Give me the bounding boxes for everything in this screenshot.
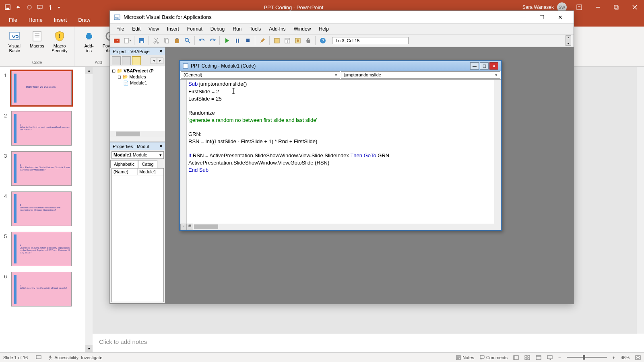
vba-menu-format[interactable]: Format: [183, 25, 206, 33]
close-icon[interactable]: [625, 0, 644, 14]
notes-pane[interactable]: Click to add notes: [93, 334, 644, 352]
object-browser-icon[interactable]: [293, 36, 302, 45]
tab-draw[interactable]: Draw: [72, 14, 96, 27]
code-vscroll[interactable]: [494, 80, 501, 224]
project-explorer-icon[interactable]: [272, 36, 281, 45]
vba-minimize-icon[interactable]: —: [514, 11, 533, 23]
tree-module1[interactable]: 📄 Module1: [112, 80, 163, 86]
full-module-view-icon[interactable]: ▤: [187, 224, 193, 230]
vba-menu-window[interactable]: Window: [290, 25, 315, 33]
vba-close-icon[interactable]: ✕: [551, 11, 570, 23]
minimize-icon[interactable]: [588, 0, 607, 14]
normal-view-icon[interactable]: [513, 355, 519, 360]
prop-name-value[interactable]: Module1: [138, 169, 158, 175]
save-icon[interactable]: [5, 4, 10, 10]
properties-panel-close-icon[interactable]: ✕: [159, 144, 163, 149]
tab-insert[interactable]: Insert: [48, 14, 73, 27]
canvas-scrollbar[interactable]: [637, 67, 644, 352]
tab-home[interactable]: Home: [23, 14, 48, 27]
redo-icon[interactable]: [27, 4, 32, 10]
properties-grid[interactable]: (Name) Module1: [111, 168, 164, 302]
code-maximize-icon[interactable]: ☐: [480, 62, 489, 70]
cut-icon[interactable]: [152, 36, 161, 45]
reset-icon[interactable]: [244, 36, 252, 45]
code-window-titlebar[interactable]: PPT Coding - Module1 (Code) — ☐ ✕: [180, 61, 501, 71]
slide-sorter-icon[interactable]: [524, 355, 530, 360]
touch-icon[interactable]: [47, 4, 53, 10]
insert-dropdown-icon[interactable]: [123, 36, 132, 45]
vba-menu-edit[interactable]: Edit: [128, 25, 144, 33]
slideshow-icon[interactable]: [547, 355, 553, 360]
view-code-icon[interactable]: [112, 56, 121, 65]
slide-counter[interactable]: Slide 1 of 16: [3, 355, 28, 360]
save-icon[interactable]: [137, 36, 146, 45]
vba-titlebar[interactable]: VB Microsoft Visual Basic for Applicatio…: [110, 11, 574, 24]
undo-icon[interactable]: [198, 36, 206, 45]
paste-icon[interactable]: [173, 36, 182, 45]
slide-thumbnail-2[interactable]: 1 What is the third largest continent/la…: [11, 111, 72, 146]
slide-thumbnail-1[interactable]: Daily Warm Up Questions: [11, 71, 72, 105]
zoom-out-icon[interactable]: −: [558, 355, 561, 360]
project-panel-close-icon[interactable]: ✕: [159, 49, 163, 54]
code-minimize-icon[interactable]: —: [470, 62, 479, 70]
fit-to-window-icon[interactable]: [635, 355, 641, 360]
vba-menu-insert[interactable]: Insert: [163, 25, 183, 33]
toolbox-icon[interactable]: [304, 36, 313, 45]
code-hscroll[interactable]: [193, 224, 501, 230]
accessibility-button[interactable]: Accessibility: Investigate: [48, 355, 102, 360]
slide-thumbnail-5[interactable]: 4 Launched in 2006, which planetary expl…: [11, 232, 72, 266]
toggle-folders-icon[interactable]: [132, 56, 141, 65]
view-powerpoint-icon[interactable]: P: [112, 36, 121, 45]
macros-button[interactable]: Macros: [26, 28, 48, 55]
design-mode-icon[interactable]: [258, 36, 267, 45]
code-procedure-dropdown[interactable]: jumptorandomslide▾: [341, 71, 500, 79]
props-tab-categorized[interactable]: Categ: [138, 160, 157, 168]
tree-root[interactable]: ⊟ 📁 VBAProject (P: [112, 68, 163, 74]
project-tree[interactable]: ⊟ 📁 VBAProject (P ⊟ 📂 Modules 📄 Module1: [110, 66, 165, 131]
project-panel-titlebar[interactable]: Project - VBAProje ✕: [110, 47, 165, 55]
code-object-dropdown[interactable]: (General)▾: [181, 71, 340, 79]
zoom-slider[interactable]: [567, 357, 607, 358]
props-tab-alphabetic[interactable]: Alphabetic: [110, 160, 138, 168]
visual-basic-button[interactable]: Visual Basic: [3, 28, 26, 55]
vba-menu-tools[interactable]: Tools: [246, 25, 265, 33]
redo-icon[interactable]: [208, 36, 217, 45]
vba-menu-debug[interactable]: Debug: [206, 25, 229, 33]
slide-thumbnail-4[interactable]: 3 Who was the seventh President of the I…: [11, 191, 72, 226]
vba-menu-run[interactable]: Run: [229, 25, 246, 33]
zoom-level[interactable]: 46%: [621, 355, 630, 360]
properties-object-combo[interactable]: Module1 Module ▾: [111, 151, 164, 159]
slide-thumbnail-6[interactable]: 5 Which country has the origin of Inuit …: [11, 272, 72, 306]
addins-button[interactable]: Add- ins: [78, 28, 100, 55]
find-icon[interactable]: [183, 36, 192, 45]
customize-qat-icon[interactable]: ▾: [58, 5, 60, 10]
vba-menu-addins[interactable]: Add-Ins: [265, 25, 289, 33]
project-hscroll-buttons[interactable]: ◂▸: [151, 58, 163, 64]
copy-icon[interactable]: [162, 36, 171, 45]
macro-security-button[interactable]: ! Macro Security: [48, 28, 71, 55]
run-icon[interactable]: [223, 36, 231, 45]
break-icon[interactable]: [233, 36, 242, 45]
comments-button[interactable]: Comments: [480, 355, 508, 360]
code-editor[interactable]: Sub jumptorandomslide() FirstSlide = 2 L…: [187, 80, 494, 224]
tree-modules-folder[interactable]: ⊟ 📂 Modules: [112, 74, 163, 80]
code-close-icon[interactable]: ✕: [489, 62, 498, 70]
project-tree-hscroll[interactable]: [110, 131, 165, 137]
tab-file[interactable]: File: [3, 14, 23, 27]
maximize-icon[interactable]: [607, 0, 625, 14]
vba-menu-file[interactable]: File: [112, 25, 128, 33]
properties-panel-titlebar[interactable]: Properties - Modul ✕: [110, 142, 165, 150]
present-icon[interactable]: [37, 4, 43, 10]
thumbnail-scrollbar[interactable]: ▴▾: [85, 67, 93, 352]
help-icon[interactable]: ?: [318, 36, 327, 45]
undo-icon[interactable]: [15, 4, 22, 10]
vba-maximize-icon[interactable]: ☐: [533, 11, 551, 23]
procedure-view-icon[interactable]: ≡: [180, 224, 187, 230]
vba-menu-help[interactable]: Help: [315, 25, 333, 33]
slide-thumbnails-pane[interactable]: 1Daily Warm Up Questions 21 What is the …: [0, 67, 93, 352]
slide-thumbnail-3[interactable]: 2 First Earth orbiter Soviet Union's Spu…: [11, 151, 72, 186]
view-object-icon[interactable]: [122, 56, 131, 65]
notes-button[interactable]: Notes: [456, 355, 474, 360]
properties-window-icon[interactable]: [283, 36, 292, 45]
toolbar-overflow-icon[interactable]: ▴▾: [566, 35, 571, 46]
